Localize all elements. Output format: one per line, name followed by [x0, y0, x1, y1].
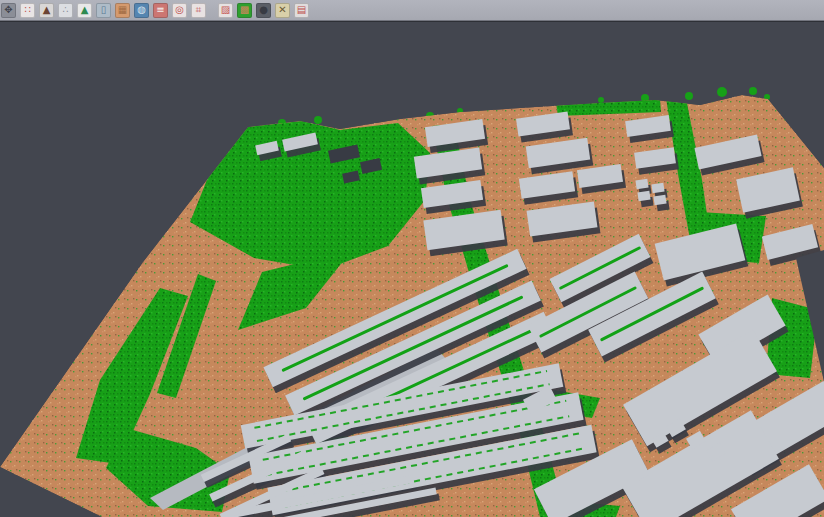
- classification-view-icon[interactable]: ▩: [237, 3, 252, 18]
- building-roof: [637, 191, 650, 202]
- coordinate-system-icon[interactable]: ◍: [134, 3, 149, 18]
- target-icon[interactable]: ◎: [172, 3, 187, 18]
- orthophoto-icon[interactable]: ▦: [115, 3, 130, 18]
- cross-section-icon-glyph: ▯: [101, 5, 107, 15]
- crop-region-icon[interactable]: ⌗: [191, 3, 206, 18]
- tree-canopy: [749, 87, 757, 95]
- mesh-view-icon-glyph: ●: [259, 5, 268, 15]
- viewport-3d[interactable]: [0, 22, 824, 517]
- toolbar: ✥∷▲∴▲▯▦◍≡◎⌗▨▩●✕▤: [0, 0, 824, 21]
- tree-canopy: [717, 87, 727, 97]
- mesh-view-icon[interactable]: ●: [256, 3, 271, 18]
- crop-region-icon-glyph: ⌗: [196, 5, 202, 15]
- building-roof: [635, 179, 648, 190]
- orthophoto-icon-glyph: ▦: [118, 5, 127, 15]
- report-icon-glyph: ≡: [156, 5, 164, 15]
- classification-view-icon-glyph: ▩: [240, 5, 249, 15]
- target-icon-glyph: ◎: [175, 5, 184, 15]
- classify-points-icon[interactable]: ∷: [20, 3, 35, 18]
- building-roof: [651, 183, 664, 194]
- classify-points-icon-glyph: ∷: [24, 5, 30, 15]
- surface-model-icon-glyph: ▲: [81, 5, 89, 15]
- grid-selection-icon-glyph: ▨: [221, 5, 230, 15]
- point-cloud-icon[interactable]: ∴: [58, 3, 73, 18]
- report-icon[interactable]: ≡: [153, 3, 168, 18]
- export-report-icon-glyph: ▤: [297, 5, 306, 15]
- cross-section-icon[interactable]: ▯: [96, 3, 111, 18]
- move-tool-icon-glyph: ✥: [4, 5, 12, 15]
- surface-model-icon[interactable]: ▲: [77, 3, 92, 18]
- tree-canopy: [598, 97, 604, 103]
- terrain-model-icon-glyph: ▲: [43, 5, 51, 15]
- point-cloud-icon-glyph: ∴: [62, 5, 68, 15]
- tree-canopy: [314, 116, 322, 124]
- application-window: ✥∷▲∴▲▯▦◍≡◎⌗▨▩●✕▤: [0, 0, 824, 517]
- export-report-icon[interactable]: ▤: [294, 3, 309, 18]
- move-tool-icon[interactable]: ✥: [1, 3, 16, 18]
- scene-canvas: [0, 22, 824, 517]
- tree-canopy: [685, 92, 693, 100]
- building-roof: [653, 195, 666, 206]
- terrain-model-icon[interactable]: ▲: [39, 3, 54, 18]
- coordinate-system-icon-glyph: ◍: [137, 5, 146, 15]
- map-notes-icon[interactable]: ✕: [275, 3, 290, 18]
- map-notes-icon-glyph: ✕: [278, 5, 286, 15]
- grid-selection-icon[interactable]: ▨: [218, 3, 233, 18]
